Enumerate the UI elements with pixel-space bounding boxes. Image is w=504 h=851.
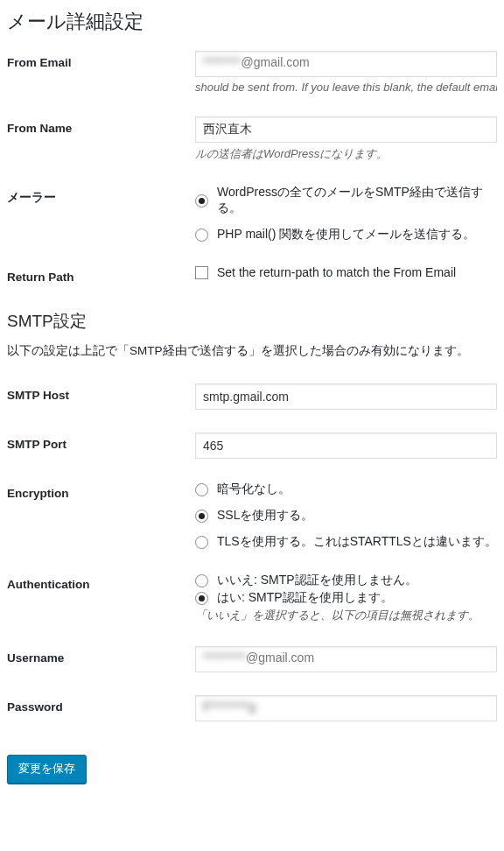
from-name-description: ルの送信者はWordPressになります。 (195, 146, 497, 162)
from-email-description: should be sent from. If you leave this b… (195, 81, 497, 94)
label-return-path: Return Path (7, 265, 195, 284)
smtp-host-input[interactable] (195, 383, 497, 410)
smtp-section-note: 以下の設定は上記で「SMTP経由で送信する」を選択した場合のみ有効になります。 (7, 343, 497, 359)
label-mailer: メーラー (7, 185, 195, 206)
from-email-input[interactable] (195, 51, 497, 77)
label-authentication: Authentication (7, 573, 195, 591)
radio-icon (195, 592, 208, 605)
encryption-option-ssl[interactable]: SSLを使用する。 (195, 508, 497, 524)
return-path-checkbox[interactable]: Set the return-path to match the From Em… (195, 265, 497, 279)
radio-icon (195, 510, 208, 523)
radio-icon (195, 483, 208, 496)
radio-icon (195, 229, 208, 242)
heading-smtp-settings: SMTP設定 (7, 310, 497, 333)
checkbox-icon (195, 266, 208, 279)
label-smtp-host: SMTP Host (7, 383, 195, 402)
radio-icon (195, 536, 208, 549)
label-password: Password (7, 695, 195, 714)
label-from-email: From Email (7, 51, 195, 69)
mailer-option-php[interactable]: PHP mail() 関数を使用してメールを送信する。 (195, 227, 497, 243)
label-encryption: Encryption (7, 482, 195, 500)
authentication-description: 「いいえ」を選択すると、以下の項目は無視されます。 (195, 608, 497, 623)
smtp-port-input[interactable] (195, 433, 497, 459)
mailer-option-smtp[interactable]: WordPressの全てのメールをSMTP経由で送信する。 (195, 185, 497, 216)
authentication-option-no[interactable]: いいえ: SMTP認証を使用しません。 (195, 573, 497, 588)
password-input[interactable] (195, 695, 497, 721)
encryption-option-none[interactable]: 暗号化なし。 (195, 482, 497, 497)
radio-icon (195, 194, 208, 207)
from-name-input[interactable] (195, 116, 497, 143)
save-button[interactable]: 変更を保存 (7, 755, 87, 784)
label-smtp-port: SMTP Port (7, 433, 195, 451)
authentication-option-yes[interactable]: はい: SMTP認証を使用します。 (195, 590, 497, 606)
heading-mail-detail: メール詳細設定 (7, 9, 497, 35)
label-from-name: From Name (7, 116, 195, 135)
username-input[interactable] (195, 646, 497, 672)
encryption-option-tls[interactable]: TLSを使用する。これはSTARTTLSとは違います。大多数の (195, 534, 497, 550)
radio-icon (195, 574, 208, 587)
label-username: Username (7, 646, 195, 665)
